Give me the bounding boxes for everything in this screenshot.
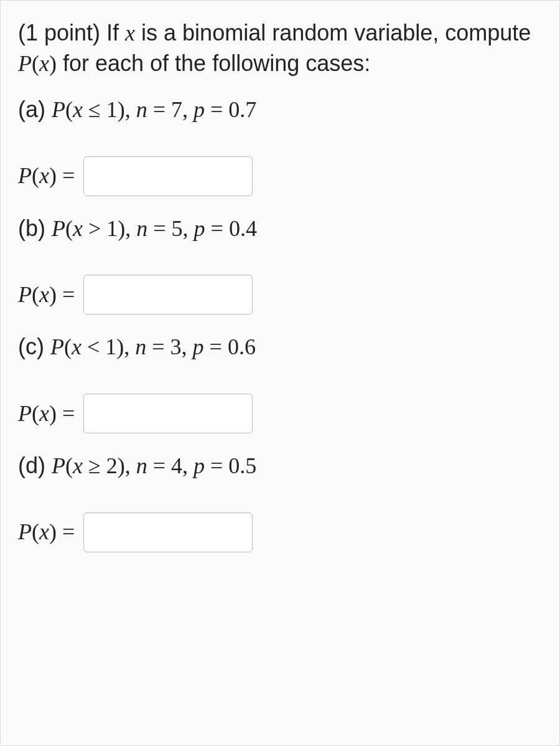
- problem-intro: (1 point) If x is a binomial random vari…: [18, 18, 542, 78]
- part-a-answer-row: P(x) =: [18, 156, 542, 196]
- part-b-answer-input[interactable]: [83, 275, 253, 314]
- part-b: (b) P(x > 1), n = 5, p = 0.4: [18, 214, 542, 244]
- part-b-answer-label: P(x) =: [18, 280, 75, 310]
- part-c: (c) P(x < 1), n = 3, p = 0.6: [18, 332, 542, 362]
- intro-var-x: x: [125, 21, 135, 45]
- part-c-answer-label: P(x) =: [18, 399, 75, 429]
- part-d: (d) P(x ≥ 2), n = 4, p = 0.5: [18, 451, 542, 481]
- part-a-answer-label: P(x) =: [18, 161, 75, 191]
- part-d-expression: P(x ≥ 2), n = 4, p = 0.5: [52, 453, 256, 478]
- intro-mid: is a binomial random variable, compute: [135, 20, 531, 45]
- part-d-answer-label: P(x) =: [18, 517, 75, 547]
- part-d-answer-input[interactable]: [83, 512, 253, 552]
- part-b-expression: P(x > 1), n = 5, p = 0.4: [52, 216, 257, 241]
- part-d-answer-row: P(x) =: [18, 512, 542, 552]
- intro-tail: for each of the following cases:: [57, 50, 370, 76]
- part-b-answer-row: P(x) =: [18, 275, 542, 314]
- part-b-label: (b): [18, 215, 52, 241]
- intro-Px: P(x): [18, 51, 57, 76]
- part-c-expression: P(x < 1), n = 3, p = 0.6: [50, 334, 256, 359]
- part-c-answer-row: P(x) =: [18, 394, 542, 433]
- part-c-answer-input[interactable]: [83, 394, 253, 433]
- intro-points: (1 point) If: [18, 20, 125, 45]
- part-d-label: (d): [18, 453, 52, 478]
- part-a-answer-input[interactable]: [83, 156, 253, 196]
- part-a-expression: P(x ≤ 1), n = 7, p = 0.7: [52, 97, 256, 122]
- part-c-label: (c): [18, 334, 50, 359]
- part-a-label: (a): [18, 97, 52, 122]
- part-a: (a) P(x ≤ 1), n = 7, p = 0.7: [18, 95, 542, 125]
